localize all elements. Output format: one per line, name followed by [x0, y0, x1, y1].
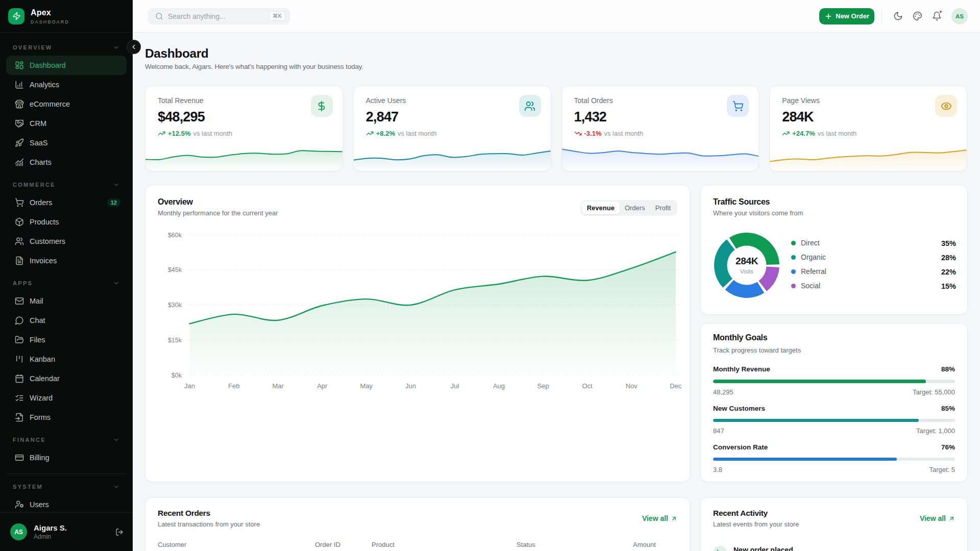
svg-text:$0k: $0k: [172, 372, 182, 379]
svg-text:Mar: Mar: [273, 382, 284, 390]
svg-text:Jan: Jan: [184, 382, 195, 390]
svg-text:$15k: $15k: [168, 337, 182, 344]
svg-text:Apr: Apr: [317, 382, 328, 390]
svg-text:Jul: Jul: [451, 382, 459, 390]
svg-text:$60k: $60k: [168, 232, 182, 239]
svg-text:Feb: Feb: [228, 382, 239, 390]
svg-text:Jun: Jun: [405, 382, 416, 390]
svg-text:Sep: Sep: [537, 382, 549, 390]
svg-text:Oct: Oct: [582, 382, 593, 390]
svg-text:May: May: [360, 382, 373, 390]
svg-text:Aug: Aug: [493, 382, 505, 390]
svg-text:$30k: $30k: [168, 302, 182, 309]
svg-text:$45k: $45k: [168, 266, 182, 273]
svg-text:Nov: Nov: [626, 382, 638, 390]
svg-text:Dec: Dec: [670, 382, 682, 390]
